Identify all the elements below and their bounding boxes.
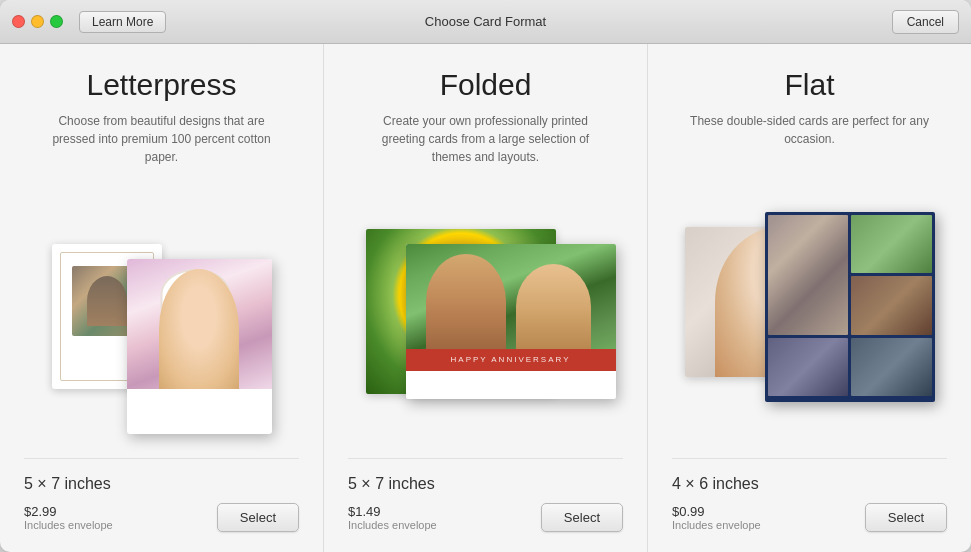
flat-title: Flat xyxy=(784,68,834,102)
folded-price-info: $1.49 Includes envelope xyxy=(348,504,437,531)
person1 xyxy=(426,254,506,349)
folded-title: Folded xyxy=(440,68,532,102)
letterpress-image-area xyxy=(24,182,299,450)
flat-price-row: $0.99 Includes envelope Select xyxy=(672,503,947,532)
letterpress-price: $2.99 xyxy=(24,504,113,519)
titlebar-left: Learn More xyxy=(12,11,166,33)
folded-includes: Includes envelope xyxy=(348,519,437,531)
folded-size: 5 × 7 inches xyxy=(348,475,623,493)
flat-info: 4 × 6 inches $0.99 Includes envelope Sel… xyxy=(672,458,947,532)
couple-photo xyxy=(406,244,616,349)
flat-price-info: $0.99 Includes envelope xyxy=(672,504,761,531)
letterpress-price-row: $2.99 Includes envelope Select xyxy=(24,503,299,532)
letterpress-front-card xyxy=(127,259,272,434)
main-content: Letterpress Choose from beautiful design… xyxy=(0,44,971,552)
flat-description: These double-sided cards are perfect for… xyxy=(690,112,930,148)
flat-front-card xyxy=(765,212,935,402)
letterpress-description: Choose from beautiful designs that are p… xyxy=(42,112,282,166)
letterpress-size: 5 × 7 inches xyxy=(24,475,299,493)
maximize-button[interactable] xyxy=(50,15,63,28)
flat-image-area xyxy=(672,164,947,450)
anniversary-banner: HAPPY ANNIVERSARY xyxy=(406,349,616,371)
app-window: Learn More Choose Card Format Cancel Let… xyxy=(0,0,971,552)
window-title: Choose Card Format xyxy=(425,14,546,29)
anniversary-text: HAPPY ANNIVERSARY xyxy=(451,355,571,364)
folded-option: Folded Create your own professionally pr… xyxy=(324,44,648,552)
flat-size: 4 × 6 inches xyxy=(672,475,947,493)
letterpress-title: Letterpress xyxy=(86,68,236,102)
folded-front-card: HAPPY ANNIVERSARY xyxy=(406,244,616,399)
close-button[interactable] xyxy=(12,15,25,28)
baby-photo xyxy=(127,259,272,389)
titlebar: Learn More Choose Card Format Cancel xyxy=(0,0,971,44)
letterpress-select-button[interactable]: Select xyxy=(217,503,299,532)
folded-illustration: HAPPY ANNIVERSARY xyxy=(356,219,616,414)
flat-select-button[interactable]: Select xyxy=(865,503,947,532)
learn-more-button[interactable]: Learn More xyxy=(79,11,166,33)
flat-price: $0.99 xyxy=(672,504,761,519)
folded-price-row: $1.49 Includes envelope Select xyxy=(348,503,623,532)
folded-image-area: HAPPY ANNIVERSARY xyxy=(348,182,623,450)
minimize-button[interactable] xyxy=(31,15,44,28)
person2 xyxy=(516,264,591,349)
flat-grid-p3 xyxy=(851,276,932,334)
folded-info: 5 × 7 inches $1.49 Includes envelope Sel… xyxy=(348,458,623,532)
folded-price: $1.49 xyxy=(348,504,437,519)
letterpress-illustration xyxy=(52,224,272,409)
cancel-button[interactable]: Cancel xyxy=(892,10,959,34)
flat-grid-p2 xyxy=(851,215,932,273)
flat-grid-p4 xyxy=(768,338,849,396)
baby-face xyxy=(159,269,239,389)
flat-grid-main xyxy=(768,215,849,335)
letterpress-price-info: $2.99 Includes envelope xyxy=(24,504,113,531)
folded-select-button[interactable]: Select xyxy=(541,503,623,532)
flat-grid-p5 xyxy=(851,338,932,396)
folded-description: Create your own professionally printed g… xyxy=(366,112,606,166)
letterpress-includes: Includes envelope xyxy=(24,519,113,531)
traffic-lights xyxy=(12,15,63,28)
flat-includes: Includes envelope xyxy=(672,519,761,531)
flat-option: Flat These double-sided cards are perfec… xyxy=(648,44,971,552)
letterpress-info: 5 × 7 inches $2.99 Includes envelope Sel… xyxy=(24,458,299,532)
letterpress-option: Letterpress Choose from beautiful design… xyxy=(0,44,324,552)
flat-illustration xyxy=(685,212,935,402)
